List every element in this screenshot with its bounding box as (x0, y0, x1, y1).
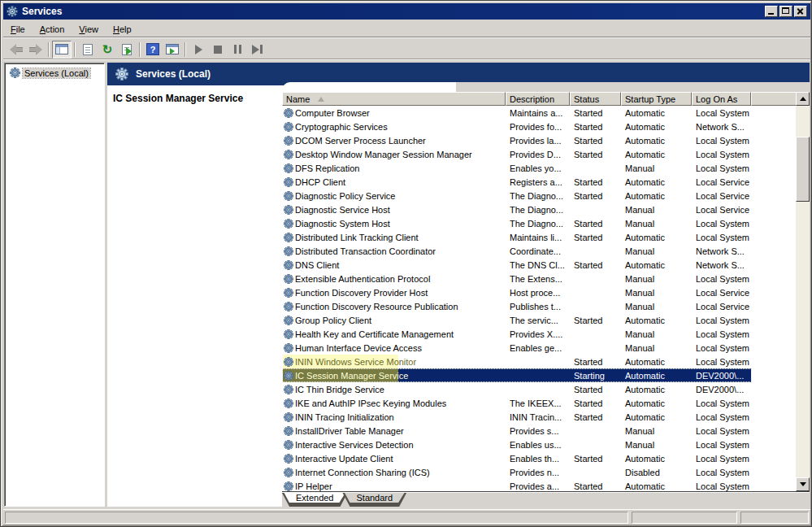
service-row[interactable]: Interactive Services DetectionEnables us… (282, 438, 752, 451)
pause-service-icon (234, 45, 241, 54)
show-hide-console-tree-button[interactable] (52, 41, 72, 59)
vertical-scrollbar[interactable] (796, 92, 810, 491)
title-bar[interactable]: Services (3, 3, 810, 20)
help-button[interactable]: ? (143, 41, 163, 59)
service-row[interactable]: DCOM Server Process LauncherProvides la.… (282, 133, 752, 147)
service-name: Computer Browser (295, 108, 370, 118)
cell-name: DHCP Client (283, 175, 506, 189)
cell-startup-type: Automatic (622, 313, 693, 327)
cell-description: Enables ge... (506, 341, 571, 355)
forward-button[interactable] (26, 41, 46, 59)
column-header-log-on-as[interactable]: Log On As (692, 92, 751, 106)
service-row[interactable]: Interactive Update ClientEnables th...St… (282, 451, 752, 465)
restart-service-button[interactable] (247, 41, 267, 59)
service-gear-icon (284, 246, 293, 256)
scrollbar-thumb[interactable] (796, 137, 810, 202)
cell-name: DFS Replication (283, 161, 506, 175)
menu-file[interactable]: File (3, 23, 33, 36)
toolbar: ↻ ? (3, 39, 810, 60)
service-row[interactable]: ININ Tracing InitializationININ Tracin..… (282, 410, 752, 424)
show-hide-action-pane-button[interactable] (163, 41, 182, 59)
minimize-icon (768, 13, 774, 15)
cell-status (571, 327, 622, 341)
cell-description: The Diagno... (506, 216, 571, 230)
service-row[interactable]: ININ Windows Service MonitorStartedAutom… (282, 355, 752, 368)
column-header-description[interactable]: Description (506, 92, 570, 106)
cell-log-on-as: DEV2000\... (693, 382, 752, 396)
scroll-up-button[interactable] (796, 92, 810, 106)
service-name: Distributed Link Tracking Client (295, 233, 419, 242)
column-header-status[interactable]: Status (570, 92, 621, 106)
service-row[interactable]: DHCP ClientRegisters a...StartedAutomati… (282, 175, 752, 189)
service-row[interactable]: Distributed Link Tracking ClientMaintain… (282, 230, 752, 244)
service-row[interactable]: IC Thin Bridge ServiceStartedAutomaticDE… (282, 382, 752, 396)
properties-button[interactable] (78, 41, 98, 59)
stop-service-button[interactable] (208, 41, 228, 59)
service-row[interactable]: DFS ReplicationEnables yo...ManualLocal … (282, 161, 752, 175)
cell-startup-type: Automatic (622, 355, 693, 368)
cell-status: Started (571, 396, 622, 410)
help-icon: ? (146, 43, 159, 55)
service-name: DFS Replication (295, 163, 359, 173)
service-name: IC Thin Bridge Service (295, 385, 384, 394)
service-name: Diagnostic Service Host (295, 205, 390, 215)
console-tree-pane: Services (Local) (4, 63, 105, 507)
service-gear-icon (284, 426, 293, 436)
status-panel-2 (632, 512, 737, 524)
cell-name: Computer Browser (283, 106, 506, 120)
service-row[interactable]: Computer BrowserMaintains a...StartedAut… (282, 106, 752, 120)
tab-standard[interactable]: Standard (342, 493, 406, 507)
cell-status (571, 244, 622, 258)
cell-log-on-as: Local Service (693, 189, 752, 203)
window-title: Services (22, 6, 62, 17)
cell-status (571, 438, 622, 451)
column-header-name[interactable]: Name (282, 92, 506, 106)
service-gear-icon (284, 343, 293, 353)
cell-log-on-as: Local System (693, 106, 752, 120)
menu-help[interactable]: Help (106, 23, 139, 36)
cell-status: Started (571, 410, 622, 424)
pause-service-button[interactable] (228, 41, 247, 59)
service-row[interactable]: DNS ClientThe DNS Cl...StartedAutomaticN… (282, 258, 752, 272)
service-row[interactable]: Diagnostic System HostThe Diagno...Start… (282, 216, 752, 230)
service-row[interactable]: Extensible Authentication ProtocolThe Ex… (282, 272, 752, 285)
back-button[interactable] (7, 41, 26, 59)
tab-extended[interactable]: Extended (282, 493, 347, 507)
minimize-button[interactable] (765, 6, 778, 17)
menu-view[interactable]: View (72, 23, 106, 36)
column-header-startup-type[interactable]: Startup Type (621, 92, 692, 106)
cell-name: Diagnostic Service Host (283, 203, 506, 216)
menu-action[interactable]: Action (33, 23, 72, 36)
service-row[interactable]: Function Discovery Resource PublicationP… (282, 299, 752, 313)
service-gear-icon (284, 454, 293, 464)
start-service-button[interactable] (189, 41, 208, 59)
service-row[interactable]: Diagnostic Service HostThe Diagno...Manu… (282, 203, 752, 216)
service-row[interactable]: Distributed Transaction CoordinatorCoord… (282, 244, 752, 258)
scroll-down-button[interactable] (796, 477, 810, 491)
service-row[interactable]: IKE and AuthIP IPsec Keying ModulesThe I… (282, 396, 752, 410)
cell-description: Provides D... (506, 147, 571, 161)
service-name: Internet Connection Sharing (ICS) (295, 468, 430, 477)
close-button[interactable] (794, 6, 807, 17)
service-row[interactable]: Cryptographic ServicesProvides fo...Star… (282, 120, 752, 133)
service-row[interactable]: IC Session Manager ServiceStartingAutoma… (282, 368, 752, 382)
cell-log-on-as: Local Service (693, 299, 752, 313)
refresh-button[interactable]: ↻ (98, 41, 117, 59)
service-row[interactable]: InstallDriver Table ManagerProvides s...… (282, 424, 752, 438)
service-row[interactable]: IP HelperProvides a...StartedAutomaticLo… (282, 479, 752, 491)
cell-description: The Diagno... (506, 189, 571, 203)
export-list-button[interactable] (117, 41, 137, 59)
tree-item-services-local[interactable]: Services (Local) (10, 68, 104, 78)
service-row[interactable]: Diagnostic Policy ServiceThe Diagno...St… (282, 189, 752, 203)
service-row[interactable]: Function Discovery Provider HostHost pro… (282, 285, 752, 299)
cell-description: The servic... (506, 313, 571, 327)
service-row[interactable]: Human Interface Device AccessEnables ge.… (282, 341, 752, 355)
service-row[interactable]: Health Key and Certificate ManagementPro… (282, 327, 752, 341)
service-gear-icon (10, 68, 20, 78)
tab-label: Extended (283, 492, 346, 503)
service-row[interactable]: Internet Connection Sharing (ICS)Provide… (282, 465, 752, 479)
cell-startup-type: Manual (622, 272, 693, 285)
service-row[interactable]: Group Policy ClientThe servic...StartedA… (282, 313, 752, 327)
service-row[interactable]: Desktop Window Manager Session ManagerPr… (282, 147, 752, 161)
maximize-button[interactable] (779, 6, 792, 17)
